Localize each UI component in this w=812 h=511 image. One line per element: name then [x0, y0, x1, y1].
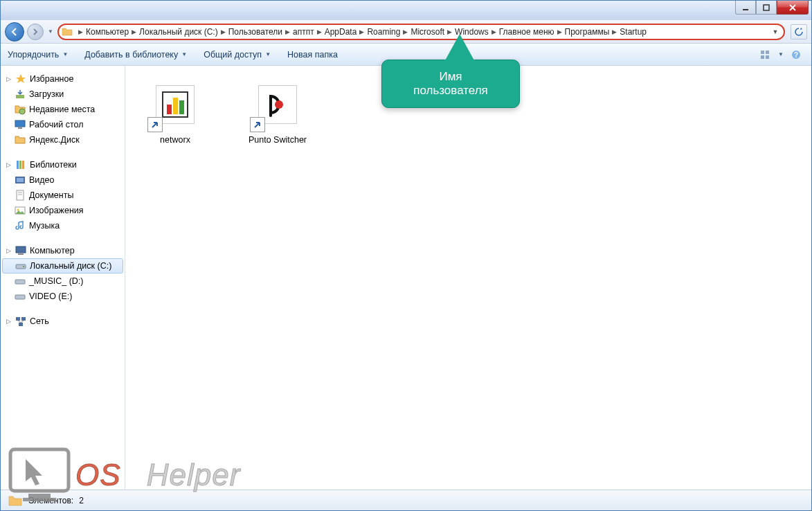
sidebar-video[interactable]: Видео: [1, 172, 125, 188]
chevron-right-icon[interactable]: ▶: [557, 28, 562, 35]
organize-button[interactable]: Упорядочить ▼: [8, 50, 68, 60]
crumb-localdisk[interactable]: Локальный диск (C:): [139, 27, 218, 37]
callout-line2: пользователя: [389, 84, 512, 98]
chevron-down-icon[interactable]: ▼: [778, 51, 784, 57]
chevron-right-icon[interactable]: ▶: [359, 28, 364, 35]
sidebar-music-d[interactable]: _MUSIC_ (D:): [1, 274, 125, 289]
drive-icon: [15, 260, 26, 271]
favorites-label: Избранное: [30, 74, 73, 84]
share-button[interactable]: Общий доступ ▼: [204, 50, 271, 60]
computer-group: ▷ Компьютер Локальный диск (C:) _MUSIC_ …: [1, 243, 125, 304]
chevron-right-icon[interactable]: ▶: [317, 28, 322, 35]
network-root[interactable]: ▷ Сеть: [1, 314, 125, 329]
explorer-window: ▼ ▶ Компьютер▶ Локальный диск (C:)▶ Поль…: [0, 0, 812, 511]
svg-rect-5: [766, 55, 769, 59]
svg-rect-27: [15, 295, 25, 299]
svg-point-37: [275, 100, 283, 109]
history-dropdown[interactable]: ▼: [46, 28, 55, 35]
sidebar-yandex[interactable]: Яндекс.Диск: [1, 132, 125, 147]
chevron-right-icon[interactable]: ▶: [132, 28, 136, 35]
sidebar-music[interactable]: Музыка: [1, 218, 125, 233]
expander-icon[interactable]: ▷: [5, 75, 12, 82]
crumb-appdata[interactable]: AppData: [325, 27, 357, 37]
sidebar-item-label: _MUSIC_ (D:): [29, 276, 83, 286]
svg-text:?: ?: [794, 51, 798, 59]
crumb-startmenu[interactable]: Главное меню: [499, 27, 554, 37]
navigation-pane: ▷ Избранное Загрузки Недавние места Рабо…: [1, 66, 125, 490]
items-view[interactable]: networx Punto Swit: [125, 66, 811, 490]
networx-icon: [161, 91, 189, 118]
file-item-punto[interactable]: Punto Switcher: [236, 77, 319, 145]
window-controls: [735, 1, 809, 15]
chevron-right-icon[interactable]: ▶: [221, 28, 226, 35]
svg-rect-12: [17, 161, 19, 169]
crumb-programs[interactable]: Программы: [565, 27, 610, 37]
maximize-button[interactable]: [756, 1, 777, 15]
svg-rect-10: [15, 120, 25, 127]
file-item-networx[interactable]: networx: [134, 77, 217, 145]
sidebar-item-label: Яндекс.Диск: [29, 135, 80, 145]
address-bar[interactable]: ▶ Компьютер▶ Локальный диск (C:)▶ Пользо…: [57, 24, 785, 40]
svg-point-21: [17, 209, 19, 211]
back-button[interactable]: [5, 22, 24, 42]
add-to-library-button[interactable]: Добавить в библиотеку ▼: [84, 50, 187, 60]
svg-rect-14: [22, 161, 24, 169]
sidebar-localdisk-c[interactable]: Локальный диск (C:): [2, 258, 123, 274]
chevron-right-icon[interactable]: ▶: [403, 28, 408, 35]
new-folder-button[interactable]: Новая папка: [287, 50, 338, 60]
minimize-button[interactable]: [735, 1, 756, 15]
chevron-right-icon[interactable]: ▶: [78, 28, 83, 35]
titlebar: [1, 1, 811, 20]
status-elements-label: Элементов:: [28, 496, 73, 505]
music-icon: [15, 220, 26, 231]
sidebar-downloads[interactable]: Загрузки: [1, 87, 125, 102]
sidebar-video-e[interactable]: VIDEO (E:): [1, 289, 125, 304]
sidebar-documents[interactable]: Документы: [1, 188, 125, 203]
close-button[interactable]: [777, 1, 809, 15]
file-icon: [147, 77, 203, 132]
sidebar-recent[interactable]: Недавние места: [1, 102, 125, 117]
expander-icon[interactable]: ▷: [5, 161, 12, 168]
sidebar-item-label: Локальный диск (C:): [30, 261, 111, 271]
crumb-roaming[interactable]: Roaming: [367, 27, 400, 37]
favorites-root[interactable]: ▷ Избранное: [1, 71, 125, 87]
status-bar: Элементов: 2: [1, 490, 811, 510]
svg-rect-34: [167, 105, 172, 114]
chevron-right-icon[interactable]: ▶: [491, 28, 496, 35]
forward-button[interactable]: [27, 24, 44, 40]
crumb-microsoft[interactable]: Microsoft: [410, 27, 444, 37]
expander-icon[interactable]: ▷: [5, 318, 12, 325]
sidebar-item-label: Изображения: [29, 206, 84, 215]
address-dropdown[interactable]: ▼: [770, 28, 781, 35]
crumb-username[interactable]: аптпт: [293, 27, 314, 37]
sidebar-item-label: VIDEO (E:): [29, 292, 73, 301]
svg-line-32: [21, 321, 24, 323]
chevron-down-icon: ▼: [265, 51, 271, 57]
svg-rect-29: [21, 317, 26, 321]
crumb-users[interactable]: Пользователи: [228, 27, 282, 37]
view-options-button[interactable]: [757, 47, 774, 62]
help-button[interactable]: ?: [788, 47, 804, 62]
network-group: ▷ Сеть: [1, 314, 125, 329]
star-icon: [15, 73, 26, 84]
sidebar-desktop[interactable]: Рабочий стол: [1, 117, 125, 132]
organize-label: Упорядочить: [8, 50, 59, 60]
documents-icon: [15, 190, 26, 201]
svg-point-9: [19, 109, 25, 114]
downloads-icon: [15, 89, 26, 100]
refresh-button[interactable]: [791, 24, 807, 39]
chevron-right-icon[interactable]: ▶: [612, 28, 617, 35]
crumb-startup[interactable]: Startup: [620, 27, 647, 37]
chevron-right-icon[interactable]: ▶: [285, 28, 290, 35]
drive-icon: [15, 276, 26, 287]
computer-root[interactable]: ▷ Компьютер: [1, 243, 125, 258]
callout-line1: Имя: [389, 70, 512, 84]
libraries-root[interactable]: ▷ Библиотеки: [1, 157, 125, 172]
file-label: networx: [160, 135, 190, 145]
share-label: Общий доступ: [204, 50, 262, 60]
expander-icon[interactable]: ▷: [5, 247, 12, 254]
svg-rect-35: [173, 98, 178, 114]
svg-rect-8: [16, 95, 24, 98]
sidebar-pictures[interactable]: Изображения: [1, 203, 125, 218]
crumb-computer[interactable]: Компьютер: [86, 27, 129, 37]
